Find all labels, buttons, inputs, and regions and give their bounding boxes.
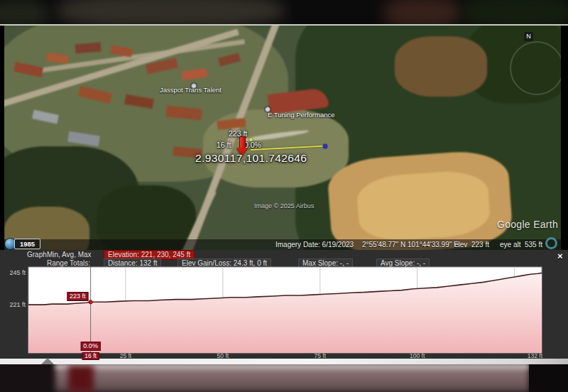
status-bar: Imagery Date: 6/19/2023 2°55'48.77" N 10…: [4, 239, 561, 250]
status-latitude: 2°55'48.77" N: [362, 239, 405, 250]
google-earth-logo: Google Earth: [497, 219, 558, 230]
y-tick-label: 221 ft: [1, 301, 26, 308]
terrain-brown-trees: [395, 36, 487, 97]
streaming-ring-icon: [545, 237, 557, 249]
place-label[interactable]: E Tuning Performance: [268, 111, 335, 119]
marker-distance-label: 16 ft: [217, 141, 231, 149]
top-letterbox: [0, 0, 568, 24]
time-slider-year[interactable]: 1985: [14, 239, 40, 249]
imagery-date: Imagery Date: 6/19/2023: [275, 239, 354, 250]
imagery-copyright: Image © 2025 Airbus: [254, 202, 314, 209]
status-eyealt-label: eye alt: [500, 239, 520, 250]
status-longitude: 101°44'33.99" E: [408, 239, 459, 250]
path-start-dot-icon: [249, 138, 253, 141]
chart-cursor-distance-badge: 16 ft: [82, 352, 99, 360]
status-elev-label: elev: [454, 239, 467, 250]
x-tick-label: 75 ft: [315, 353, 327, 359]
coordinates-text: 2.930117,101.742646: [195, 152, 307, 165]
status-eyealt-value: 535 ft: [525, 239, 542, 250]
place-label[interactable]: Jasspot Trans Talent: [160, 86, 222, 94]
chart-cursor-elevation-badge: 223 ft: [67, 292, 89, 301]
x-tick-label: 132 ft: [528, 353, 542, 359]
compass-north-icon[interactable]: N: [524, 32, 533, 41]
top-blur-blob: [383, 0, 462, 24]
bottom-blur-highlight: [55, 364, 529, 369]
x-tick-label: 50 ft: [217, 353, 229, 359]
status-elev-value: 223 ft: [471, 239, 489, 250]
compass-ring-icon[interactable]: [510, 41, 561, 95]
top-blur-blob: [57, 0, 284, 24]
top-blur-blob: [0, 0, 50, 24]
elevation-profile-panel: Graph Min, Avg, Max Elevation: 221, 230,…: [0, 250, 568, 359]
x-tick-label: 100 ft: [410, 353, 425, 359]
bottom-letterbox: [0, 364, 568, 392]
path-end-dot-icon: [323, 144, 327, 148]
satellite-imagery: [4, 26, 561, 250]
bottom-blur-dark-right: [529, 364, 568, 392]
bottom-blur-marker: [68, 366, 94, 392]
x-tick-label: 25 ft: [120, 353, 132, 359]
top-blur-blob: [462, 0, 568, 24]
chart-cursor-slope-badge: 0.0%: [80, 342, 101, 351]
satellite-map-view[interactable]: Jasspot Trans Talent E Tuning Performanc…: [4, 26, 561, 250]
y-tick-label: 245 ft: [1, 269, 26, 276]
marker-shaft: [239, 136, 246, 148]
slider-arrow-icon: [41, 358, 54, 364]
